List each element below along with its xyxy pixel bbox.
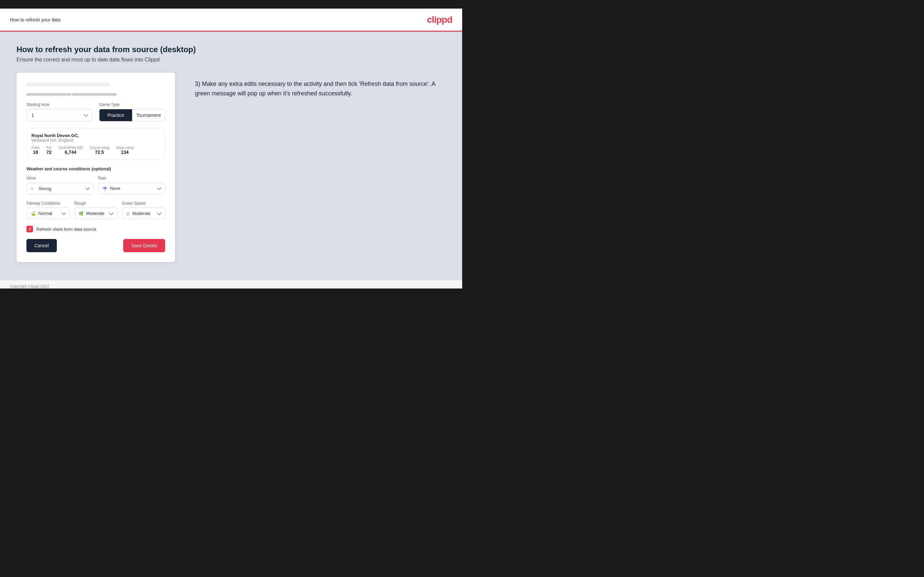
stat-par: Par 72 (47, 146, 52, 155)
holes-value: 18 (31, 150, 40, 155)
logo: clippd (427, 15, 452, 25)
rain-select-inner: None (102, 186, 120, 191)
starting-hole-value: 1 (31, 113, 34, 118)
header: How to refresh your data clippd (0, 8, 462, 32)
starting-hole-select[interactable]: 1 (26, 109, 92, 121)
save-button[interactable]: Save Details (123, 239, 165, 252)
slope-rating-value: 134 (116, 150, 134, 155)
rain-select[interactable]: None (98, 182, 165, 194)
fairway-group: Fairway Conditions Normal (26, 201, 70, 219)
stat-holes: Holes 18 (31, 146, 40, 155)
course-info: Royal North Devon GC, Westward Ho!, Engl… (26, 128, 165, 160)
green-speed-chevron (157, 210, 162, 215)
course-name: Royal North Devon GC, (31, 133, 160, 138)
page-subheading: Ensure the correct and most up to date d… (16, 57, 446, 63)
top-bar (0, 0, 462, 8)
wind-group: Wind Strong (26, 176, 94, 194)
green-speed-label: Green Speed (122, 201, 165, 206)
stat-yards: Yards/White (M)) 6,744 (58, 146, 83, 155)
cancel-button[interactable]: Cancel (26, 239, 57, 252)
green-speed-value: Moderate (132, 211, 150, 216)
main-content: How to refresh your data from source (de… (0, 32, 462, 280)
starting-hole-chevron (84, 112, 88, 117)
header-title: How to refresh your data (10, 17, 60, 23)
refresh-checkbox-row: Refresh shots from data source (26, 226, 165, 232)
fairway-chevron (61, 210, 66, 215)
top-tabs (26, 93, 116, 96)
rough-select[interactable]: Moderate (74, 208, 118, 219)
rain-label: Rain (98, 176, 165, 181)
form-panel: Starting Hole 1 Game Type Practice Tourn… (16, 73, 175, 262)
yards-value: 6,744 (58, 150, 83, 155)
fairway-icon (31, 211, 36, 216)
green-speed-select-inner: Moderate (126, 211, 150, 216)
copyright-text: Copyright Clippd 2022 (10, 284, 49, 288)
stat-slope-rating: Slope rating 134 (116, 146, 134, 155)
tab-2[interactable] (72, 93, 117, 96)
game-type-buttons: Practice Tournament (99, 109, 165, 121)
rough-label: Rough (74, 201, 118, 206)
conditions-grid-bottom: Fairway Conditions Normal Rough (26, 201, 165, 219)
green-speed-group: Green Speed Moderate (122, 201, 165, 219)
rough-chevron (109, 210, 114, 215)
yards-label: Yards/White (M)) (58, 146, 83, 150)
weather-section-title: Weather and course conditions (optional) (26, 166, 165, 171)
content-area: Starting Hole 1 Game Type Practice Tourn… (16, 73, 446, 262)
game-type-group: Game Type Practice Tournament (99, 102, 165, 121)
wind-label: Wind (26, 176, 94, 181)
course-rating-label: Course rating (89, 146, 109, 150)
rain-group: Rain None (98, 176, 165, 194)
wind-value: Strong (39, 186, 51, 191)
course-location: Westward Ho!, England (31, 138, 160, 143)
rain-chevron (157, 185, 162, 190)
fairway-label: Fairway Conditions (26, 201, 70, 206)
practice-button[interactable]: Practice (99, 109, 132, 121)
wind-select-inner: Strong (31, 186, 51, 191)
side-text: 3) Make any extra edits necessary to the… (195, 73, 446, 98)
wind-chevron (85, 185, 90, 190)
course-stats: Holes 18 Par 72 Yards/White (M)) 6,744 C… (31, 146, 160, 155)
instruction-text: 3) Make any extra edits necessary to the… (195, 79, 446, 98)
wind-select[interactable]: Strong (26, 182, 94, 194)
holes-label: Holes (31, 146, 40, 150)
rough-select-inner: Moderate (79, 211, 104, 216)
rough-group: Rough Moderate (74, 201, 118, 219)
fairway-select-inner: Normal (31, 211, 52, 216)
course-rating-value: 72.5 (89, 150, 109, 155)
field-row-top: Starting Hole 1 Game Type Practice Tourn… (26, 102, 165, 121)
game-type-label: Game Type (99, 102, 165, 107)
wind-icon (31, 186, 36, 191)
rain-icon (102, 186, 107, 191)
rough-value: Moderate (86, 211, 104, 216)
green-speed-select[interactable]: Moderate (122, 208, 165, 219)
page-heading: How to refresh your data from source (de… (16, 45, 446, 54)
tab-1[interactable] (26, 93, 71, 96)
fairway-value: Normal (38, 211, 52, 216)
refresh-label: Refresh shots from data source (36, 227, 96, 232)
rough-icon (79, 211, 84, 216)
green-speed-icon (126, 211, 129, 216)
starting-hole-group: Starting Hole 1 (26, 102, 92, 121)
refresh-checkbox[interactable] (26, 226, 33, 232)
fairway-select[interactable]: Normal (26, 208, 70, 219)
conditions-grid-top: Wind Strong Rain None (26, 176, 165, 194)
starting-hole-label: Starting Hole (26, 102, 92, 107)
rain-value: None (110, 186, 120, 191)
tournament-button[interactable]: Tournament (132, 109, 165, 121)
slope-rating-label: Slope rating (116, 146, 134, 150)
par-label: Par (47, 146, 52, 150)
button-row: Cancel Save Details (26, 239, 165, 252)
stat-course-rating: Course rating 72.5 (89, 146, 109, 155)
footer: Copyright Clippd 2022 (0, 280, 462, 288)
par-value: 72 (47, 150, 52, 155)
